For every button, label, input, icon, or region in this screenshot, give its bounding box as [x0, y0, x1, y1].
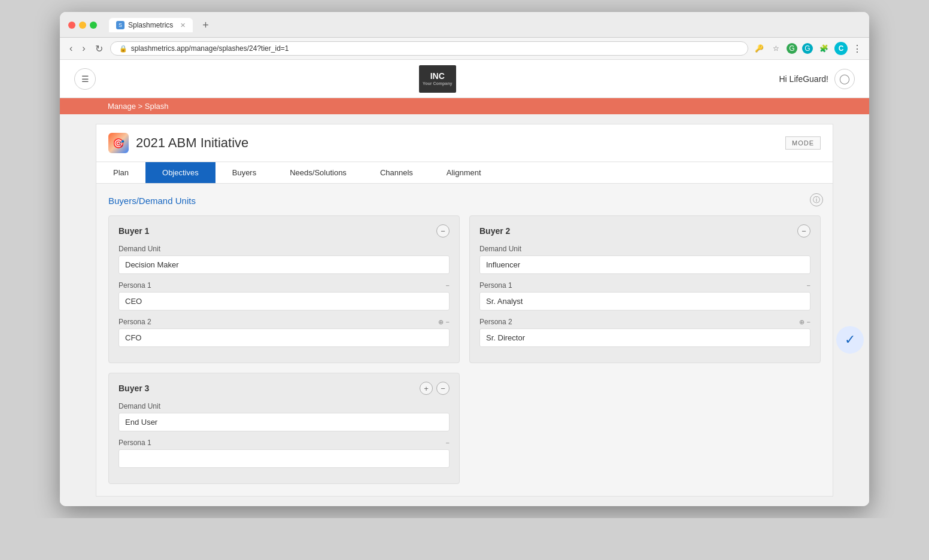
buyer3-persona1-group: Persona 1 −	[119, 439, 450, 468]
buyer2-demand-unit-input[interactable]	[479, 255, 810, 274]
browser-tab[interactable]: S Splashmetrics ✕	[109, 18, 193, 32]
buyer1-collapse-button[interactable]: −	[436, 224, 450, 238]
tab-buyers[interactable]: Buyers	[215, 162, 273, 183]
buyer3-title: Buyer 3	[119, 384, 149, 393]
buyer1-persona2-input[interactable]	[119, 328, 450, 347]
buyer3-actions: + −	[420, 382, 450, 395]
buyer3-add-button[interactable]: +	[420, 382, 433, 395]
toolbar-actions: 🔑 ☆ G G 🧩 C ⋮	[753, 42, 862, 55]
buyer1-persona1-label: Persona 1	[119, 281, 151, 290]
buyer1-title: Buyer 1	[119, 226, 149, 236]
buyer2-persona2-move-icon[interactable]: ⊕	[799, 318, 804, 326]
buyer1-demand-unit-group: Demand Unit	[119, 245, 450, 274]
page-title-row: 🎯 2021 ABM Initiative MODE	[96, 124, 833, 162]
minimize-button[interactable]	[79, 22, 86, 29]
close-button[interactable]	[68, 22, 75, 29]
logo: INC Your Company	[419, 65, 456, 93]
buyer2-header: Buyer 2 −	[479, 224, 810, 238]
page-title-left: 🎯 2021 ABM Initiative	[108, 133, 248, 153]
buyer3-header: Buyer 3 + −	[119, 382, 450, 395]
puzzle-icon[interactable]: 🧩	[818, 42, 830, 54]
user-profile-icon[interactable]: C	[834, 42, 848, 55]
buyer1-persona1-input[interactable]	[119, 292, 450, 311]
floating-checkmark: ✓	[836, 326, 864, 354]
url-text: splashmetrics.app/manage/splashes/24?tie…	[131, 44, 289, 53]
buyer1-demand-unit-input[interactable]	[119, 255, 450, 274]
buyer1-persona2-actions: ⊕ −	[438, 318, 450, 326]
address-bar[interactable]: 🔒 splashmetrics.app/manage/splashes/24?t…	[110, 41, 748, 56]
refresh-button[interactable]: ↻	[93, 42, 105, 56]
page-container: 🎯 2021 ABM Initiative MODE Plan Objectiv…	[96, 114, 833, 506]
star-icon[interactable]: ☆	[770, 42, 782, 54]
traffic-lights	[68, 22, 97, 29]
buyer2-persona1-actions: −	[807, 282, 810, 289]
tab-channels[interactable]: Channels	[363, 162, 430, 183]
buyer1-demand-unit-label: Demand Unit	[119, 245, 450, 253]
buyer1-persona1-label-row: Persona 1 −	[119, 281, 450, 290]
tab-alignment[interactable]: Alignment	[430, 162, 498, 183]
buyer1-persona2-move-icon[interactable]: ⊕	[438, 318, 444, 326]
hamburger-icon: ☰	[81, 74, 89, 84]
avatar-icon: ◯	[839, 73, 850, 84]
checkmark-icon: ✓	[845, 332, 855, 348]
tab-needs-solutions[interactable]: Needs/Solutions	[273, 162, 363, 183]
buyer2-persona1-label-row: Persona 1 −	[479, 281, 810, 290]
logo-text: INC	[430, 72, 445, 80]
buyer2-persona2-label-row: Persona 2 ⊕ −	[479, 318, 810, 326]
buyer1-persona2-minus-icon[interactable]: −	[446, 318, 450, 326]
buyer2-persona2-input[interactable]	[479, 328, 810, 347]
buyer-card-2: Buyer 2 − Demand Unit	[469, 215, 821, 363]
menu-dots-icon[interactable]: ⋮	[852, 43, 862, 54]
buyer1-persona1-minus-icon[interactable]: −	[446, 282, 450, 289]
back-button[interactable]: ‹	[67, 42, 75, 55]
buyer2-persona2-minus-icon[interactable]: −	[807, 318, 810, 326]
buyer3-demand-unit-label: Demand Unit	[119, 402, 450, 410]
tab-plan[interactable]: Plan	[96, 162, 145, 183]
hamburger-button[interactable]: ☰	[74, 68, 96, 90]
app-content: ☰ INC Your Company Hi LifeGuard! ◯ Manag…	[60, 60, 869, 506]
buyer1-persona1-actions: −	[446, 282, 450, 289]
buyer1-actions: −	[436, 224, 450, 238]
buyer2-persona2-group: Persona 2 ⊕ −	[479, 318, 810, 347]
tab-objectives[interactable]: Objectives	[145, 162, 215, 183]
buyer3-persona1-label-row: Persona 1 −	[119, 439, 450, 447]
maximize-button[interactable]	[90, 22, 97, 29]
page-icon: 🎯	[108, 133, 129, 153]
buyer1-persona2-label: Persona 2	[119, 318, 151, 326]
mode-button[interactable]: MODE	[785, 136, 821, 150]
extension-icon-green[interactable]: G	[787, 43, 797, 54]
buyer2-collapse-button[interactable]: −	[797, 224, 810, 238]
buyer3-demand-unit-group: Demand Unit	[119, 402, 450, 431]
lock-icon: 🔒	[119, 45, 127, 53]
buyer3-remove-button[interactable]: −	[436, 382, 450, 395]
breadcrumb-text: Manage > Splash	[108, 102, 169, 111]
extension-icon-teal[interactable]: G	[802, 43, 813, 54]
buyer2-persona1-input[interactable]	[479, 292, 810, 311]
buyer3-demand-unit-input[interactable]	[119, 413, 450, 431]
buyer2-actions: −	[797, 224, 810, 238]
buyer2-persona2-actions: ⊕ −	[799, 318, 810, 326]
buyer1-header: Buyer 1 −	[119, 224, 450, 238]
buyer3-persona1-actions: −	[446, 439, 450, 446]
buyer3-persona1-label: Persona 1	[119, 439, 151, 447]
tab-close-icon[interactable]: ✕	[180, 22, 186, 29]
buyer2-demand-unit-group: Demand Unit	[479, 245, 810, 274]
buyer1-persona1-group: Persona 1 −	[119, 281, 450, 311]
buyer3-persona1-minus-icon[interactable]: −	[446, 439, 450, 446]
new-tab-button[interactable]: +	[199, 19, 212, 32]
buyer2-persona1-minus-icon[interactable]: −	[807, 282, 810, 289]
section-title: Buyers/Demand Units	[108, 196, 821, 206]
browser-titlebar: S Splashmetrics ✕ +	[60, 12, 869, 38]
forward-button[interactable]: ›	[80, 42, 87, 55]
tabs-row: Plan Objectives Buyers Needs/Solutions C…	[96, 162, 833, 183]
buyer2-title: Buyer 2	[479, 226, 510, 236]
key-icon[interactable]: 🔑	[753, 42, 765, 54]
main-content: Buyers/Demand Units ⓘ Buyer 1 −	[96, 183, 833, 497]
buyer1-persona2-group: Persona 2 ⊕ −	[119, 318, 450, 347]
info-icon[interactable]: ⓘ	[810, 193, 823, 206]
user-avatar[interactable]: ◯	[834, 69, 855, 89]
buyer3-persona1-input[interactable]	[119, 449, 450, 468]
buyer3-minus-icon: −	[441, 385, 445, 392]
buyers-grid: Buyer 1 − Demand Unit	[108, 215, 821, 363]
minus-circle-icon: −	[441, 227, 445, 235]
